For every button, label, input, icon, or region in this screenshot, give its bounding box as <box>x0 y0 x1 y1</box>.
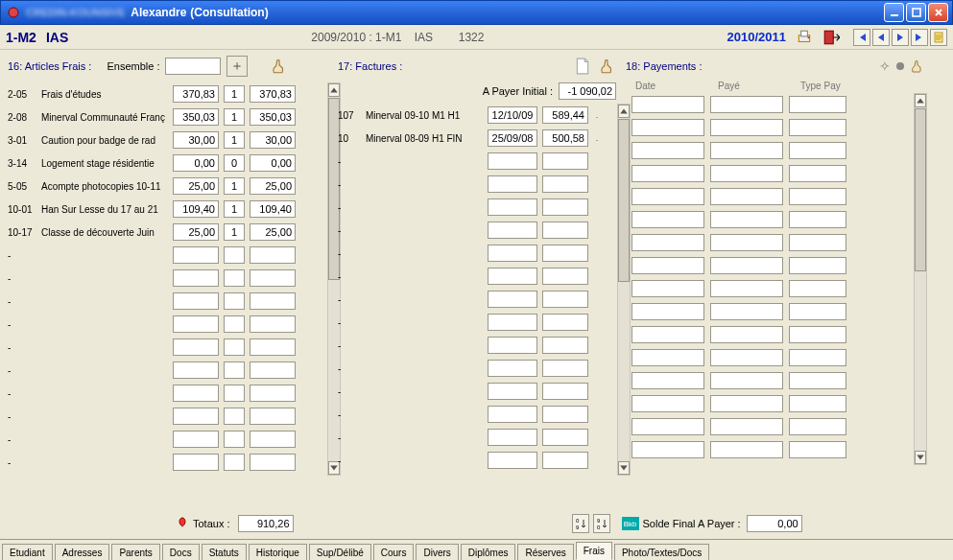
sort-asc-button[interactable]: 90 <box>593 514 610 533</box>
close-button[interactable] <box>928 3 948 22</box>
article-total[interactable] <box>250 385 296 402</box>
article-amount[interactable] <box>173 454 219 471</box>
minimize-button[interactable] <box>884 3 904 22</box>
article-qty[interactable] <box>224 408 245 425</box>
article-amount[interactable] <box>173 223 219 241</box>
facture-amount[interactable] <box>542 452 588 469</box>
article-amount[interactable] <box>173 362 219 379</box>
payment-type[interactable] <box>789 280 846 297</box>
article-amount[interactable] <box>173 108 219 126</box>
payment-paid[interactable] <box>710 280 783 297</box>
facture-date[interactable] <box>488 406 537 423</box>
article-total[interactable] <box>250 177 296 195</box>
payment-type[interactable] <box>789 349 846 366</box>
article-amount[interactable] <box>173 131 219 149</box>
payment-type[interactable] <box>789 257 846 274</box>
facture-date[interactable] <box>488 175 537 193</box>
payment-paid[interactable] <box>710 119 783 136</box>
article-qty[interactable] <box>224 108 245 126</box>
article-qty[interactable] <box>224 131 245 149</box>
payment-type[interactable] <box>789 303 846 320</box>
payment-date[interactable] <box>631 441 704 458</box>
payment-type[interactable] <box>789 96 846 113</box>
payment-type[interactable] <box>789 165 846 182</box>
scroll-thumb[interactable] <box>915 108 926 271</box>
article-amount[interactable] <box>173 431 219 448</box>
facture-date[interactable] <box>488 106 537 124</box>
article-total[interactable] <box>250 154 296 172</box>
facture-date[interactable] <box>488 314 537 331</box>
article-qty[interactable] <box>224 269 245 287</box>
tab-photo-textes-docs[interactable]: Photo/Textes/Docs <box>614 544 709 560</box>
exit-icon[interactable] <box>822 29 840 46</box>
tab-divers[interactable]: Divers <box>416 544 458 560</box>
payment-date[interactable] <box>631 349 704 366</box>
facture-date[interactable] <box>488 245 537 262</box>
tab-etudiant[interactable]: Etudiant <box>2 544 53 560</box>
payment-date[interactable] <box>631 395 704 412</box>
article-total[interactable] <box>250 315 296 333</box>
scroll-down[interactable] <box>915 451 926 464</box>
article-qty[interactable] <box>224 200 245 218</box>
article-qty[interactable] <box>224 223 245 241</box>
payment-type[interactable] <box>789 119 846 136</box>
payment-date[interactable] <box>631 96 704 113</box>
article-amount[interactable] <box>173 154 219 172</box>
ensemble-input[interactable] <box>165 58 221 75</box>
payment-paid[interactable] <box>710 326 783 343</box>
facture-date[interactable] <box>488 198 537 216</box>
payment-paid[interactable] <box>710 234 783 251</box>
article-total[interactable] <box>250 131 296 149</box>
payment-type[interactable] <box>789 418 846 435</box>
payment-type[interactable] <box>789 142 846 159</box>
print-icon[interactable] <box>796 29 813 46</box>
payment-paid[interactable] <box>710 441 783 458</box>
payment-paid[interactable] <box>710 142 783 159</box>
facture-date[interactable] <box>488 222 537 239</box>
facture-amount[interactable] <box>542 129 588 147</box>
facture-amount[interactable] <box>542 106 588 124</box>
tab-parents[interactable]: Parents <box>111 544 159 560</box>
notes-icon[interactable] <box>930 29 947 46</box>
nav-last[interactable] <box>911 29 928 46</box>
payment-paid[interactable] <box>710 96 783 113</box>
payment-date[interactable] <box>631 418 704 435</box>
tab-dipl-mes[interactable]: Diplômes <box>461 544 516 560</box>
tab-frais[interactable]: Frais <box>576 542 612 560</box>
payment-date[interactable] <box>631 165 704 182</box>
facture-amount[interactable] <box>542 152 588 170</box>
facture-amount[interactable] <box>542 222 588 239</box>
payment-type[interactable] <box>789 372 846 389</box>
article-total[interactable] <box>250 108 296 126</box>
tab-adresses[interactable]: Adresses <box>55 544 110 560</box>
article-amount[interactable] <box>173 246 219 264</box>
article-amount[interactable] <box>173 408 219 425</box>
article-qty[interactable] <box>224 85 245 103</box>
article-qty[interactable] <box>224 177 245 195</box>
payment-date[interactable] <box>631 257 704 274</box>
maximize-button[interactable] <box>906 3 926 22</box>
payment-paid[interactable] <box>710 395 783 412</box>
article-total[interactable] <box>250 223 296 241</box>
tab-docs[interactable]: Docs <box>162 544 200 560</box>
article-total[interactable] <box>250 362 296 379</box>
payments-scrollbar[interactable] <box>914 93 927 465</box>
payment-paid[interactable] <box>710 418 783 435</box>
payment-date[interactable] <box>631 142 704 159</box>
article-total[interactable] <box>250 85 296 103</box>
facture-date[interactable] <box>488 383 537 400</box>
payment-date[interactable] <box>631 303 704 320</box>
facture-date[interactable] <box>488 268 537 285</box>
add-article-button[interactable]: ＋ <box>226 56 248 77</box>
article-total[interactable] <box>250 338 296 356</box>
facture-date[interactable] <box>488 152 537 170</box>
article-total[interactable] <box>250 292 296 310</box>
payment-type[interactable] <box>789 234 846 251</box>
facture-date[interactable] <box>488 337 537 354</box>
nav-next[interactable] <box>892 29 909 46</box>
new-invoice-icon[interactable] <box>574 58 591 75</box>
payment-paid[interactable] <box>710 165 783 182</box>
facture-date[interactable] <box>488 129 537 147</box>
payments-hand-icon[interactable] <box>910 58 925 74</box>
article-amount[interactable] <box>173 338 219 356</box>
